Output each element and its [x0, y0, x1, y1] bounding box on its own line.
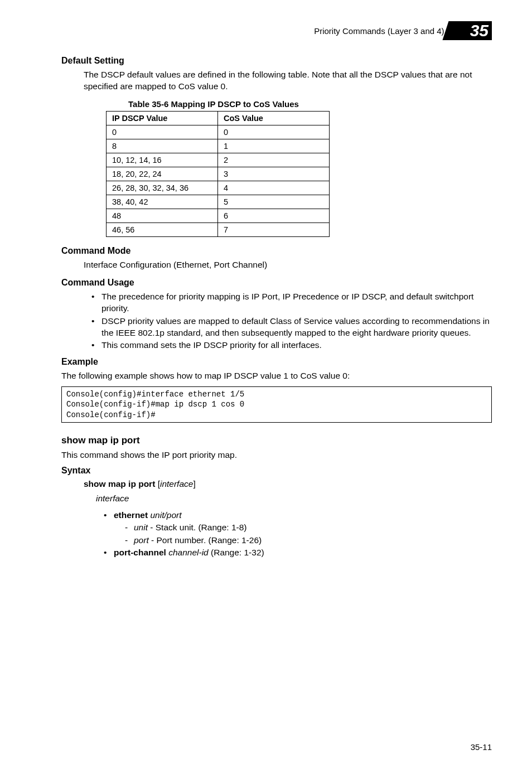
table-caption: Table 35-6 Mapping IP DSCP to CoS Values [128, 99, 492, 109]
table-row: 38, 40, 425 [107, 195, 330, 209]
command-description: This command shows the IP port priority … [61, 449, 492, 461]
option-keyword: ethernet [114, 510, 148, 520]
page-header: Priority Commands (Layer 3 and 4) 35 [61, 21, 492, 40]
table-cell: 10, 12, 14, 16 [107, 153, 218, 167]
table-cell: 0 [218, 125, 330, 139]
option-arg: unit/port [150, 510, 181, 520]
table-cell: 48 [107, 209, 218, 222]
page-number: 35-11 [471, 742, 492, 752]
list-item: The precedence for priority mapping is I… [91, 291, 492, 315]
list-item: This command sets the IP DSCP priority f… [91, 340, 492, 351]
table-row: 26, 28, 30, 32, 34, 364 [107, 181, 330, 195]
table-cell: 6 [218, 209, 330, 222]
syntax-bracket: ] [193, 479, 195, 488]
param-desc: - Stack unit. (Range: 1-8) [148, 523, 246, 532]
list-item: ethernet unit/port unit - Stack unit. (R… [104, 509, 492, 546]
table-cell: 7 [218, 222, 330, 236]
example-heading: Example [61, 357, 492, 367]
interface-options: ethernet unit/port unit - Stack unit. (R… [104, 509, 492, 559]
table-cell: 5 [218, 195, 330, 209]
table-row: 486 [107, 209, 330, 222]
option-arg: channel-id [168, 548, 209, 557]
command-name: show map ip port [61, 435, 492, 446]
command-usage-list: The precedence for priority mapping is I… [91, 291, 492, 352]
table-row: 81 [107, 139, 330, 153]
chapter-number: 35 [470, 21, 489, 40]
code-block: Console(config)#interface ethernet 1/5 C… [61, 386, 492, 423]
table-cell: 0 [107, 125, 218, 139]
table-cell: 18, 20, 22, 24 [107, 167, 218, 181]
table-row: 00 [107, 125, 330, 139]
list-item: port - Port number. (Range: 1-26) [125, 534, 492, 546]
table-cell: 26, 28, 30, 32, 34, 36 [107, 181, 218, 195]
table-header: IP DSCP Value [107, 111, 218, 125]
table-row: 18, 20, 22, 243 [107, 167, 330, 181]
syntax-line: show map ip port [interface] [84, 479, 492, 489]
table-cell: 8 [107, 139, 218, 153]
table-cell: 38, 40, 42 [107, 195, 218, 209]
list-item: DSCP priority values are mapped to defau… [91, 316, 492, 339]
syntax-arg: interface [160, 479, 193, 488]
option-keyword: port-channel [114, 548, 166, 557]
syntax-command: show map ip port [84, 479, 155, 488]
table-row: 46, 567 [107, 222, 330, 236]
table-header: CoS Value [218, 111, 330, 125]
param-name: port [134, 535, 149, 545]
syntax-heading: Syntax [61, 466, 492, 476]
example-intro: The following example shows how to map I… [61, 370, 492, 382]
table-cell: 3 [218, 167, 330, 181]
header-breadcrumb: Priority Commands (Layer 3 and 4) [314, 26, 444, 36]
sub-options: unit - Stack unit. (Range: 1-8) port - P… [125, 521, 492, 546]
default-setting-heading: Default Setting [61, 56, 492, 66]
chapter-badge: 35 [453, 21, 492, 40]
option-rest: (Range: 1-32) [209, 548, 264, 557]
interface-label: interface [96, 494, 492, 504]
param-desc: - Port number. (Range: 1-26) [149, 535, 262, 545]
command-mode-body: Interface Configuration (Ethernet, Port … [84, 259, 492, 271]
list-item: port-channel channel-id (Range: 1-32) [104, 546, 492, 559]
table-cell: 4 [218, 181, 330, 195]
table-header-row: IP DSCP Value CoS Value [107, 111, 330, 125]
table-cell: 46, 56 [107, 222, 218, 236]
table-cell: 1 [218, 139, 330, 153]
param-name: unit [134, 523, 148, 532]
table-cell: 2 [218, 153, 330, 167]
default-setting-body: The DSCP default values are defined in t… [84, 69, 492, 93]
table-row: 10, 12, 14, 162 [107, 153, 330, 167]
command-mode-heading: Command Mode [61, 246, 492, 256]
command-usage-heading: Command Usage [61, 278, 492, 288]
dscp-table: IP DSCP Value CoS Value 00 81 10, 12, 14… [106, 111, 330, 237]
list-item: unit - Stack unit. (Range: 1-8) [125, 521, 492, 534]
